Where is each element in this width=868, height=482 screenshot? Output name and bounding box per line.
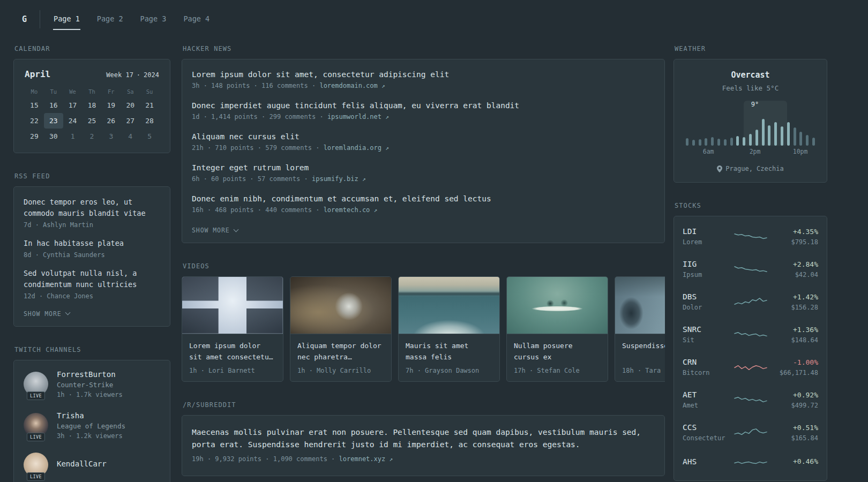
calendar-year: 2024 <box>144 71 159 79</box>
hn-domain-link[interactable]: ipsumworld.net <box>327 113 381 120</box>
stock-row: IIG Ipsum +2.84% $42.04 <box>683 253 818 285</box>
subreddit-domain-link[interactable]: loremnet.xyz <box>339 455 386 463</box>
weather-bar <box>799 132 802 146</box>
video-card[interactable]: Mauris sit amet massa felis 7h · Grayson… <box>398 276 500 382</box>
live-badge: LIVE <box>27 433 45 441</box>
stock-id: AHS <box>683 457 734 469</box>
rss-item: Sed volutpat nulla nisl, a condimentum n… <box>24 268 160 300</box>
rss-item-title[interactable]: Donec tempor eros leo, ut commodo mauris… <box>24 197 160 219</box>
hn-item-title[interactable]: Aliquam nec cursus elit <box>192 132 655 141</box>
twitch-channel[interactable]: LIVE Trisha League of Legends 3h · 1.2k … <box>24 411 160 440</box>
hn-item: Integer eget rutrum lorem 6h · 60 points… <box>192 163 655 183</box>
rss-item: In hac habitasse platea 8d · Cynthia Sau… <box>24 238 160 259</box>
calendar-day: 22 <box>25 113 44 129</box>
video-thumbnail[interactable] <box>507 277 608 334</box>
video-meta: 1h · Molly Carrillo <box>297 367 384 374</box>
stock-symbol[interactable]: IIG <box>683 260 734 268</box>
video-card[interactable]: Aliquam tempor dolor nec pharetra… 1h · … <box>290 276 392 382</box>
tab-page-3[interactable]: Page 3 <box>140 9 167 30</box>
weather-bar <box>686 138 689 146</box>
weather-bar <box>743 137 745 146</box>
external-link-icon: ↗ <box>389 456 393 463</box>
show-more-label: SHOW MORE <box>192 227 230 234</box>
stock-change: +1.36% <box>768 326 819 334</box>
weekday-label: Mo <box>25 86 44 97</box>
weather-bar <box>705 138 707 146</box>
stock-name: Sit <box>683 336 734 344</box>
channel-meta: 3h · 1.2k viewers <box>57 432 125 440</box>
hn-domain-link[interactable]: loremtech.co <box>324 206 370 214</box>
stock-values: +0.51% $165.84 <box>768 424 819 442</box>
video-thumbnail[interactable] <box>399 277 499 334</box>
stock-symbol[interactable]: CRN <box>683 358 734 366</box>
stock-symbol[interactable]: CCS <box>683 423 734 432</box>
weather-bar <box>787 122 790 146</box>
tab-page-4[interactable]: Page 4 <box>183 9 210 30</box>
subreddit-widget: /R/SUBREDDIT Maecenas mollis pulvinar er… <box>182 401 665 476</box>
stock-symbol[interactable]: LDI <box>683 227 734 236</box>
hn-domain-link[interactable]: ipsumify.biz <box>312 175 358 183</box>
rss-card: Donec tempor eros leo, ut commodo mauris… <box>13 186 170 327</box>
calendar-day-next-month: 1 <box>63 129 83 144</box>
calendar-weekday-row: Mo Tu We Th Fr Sa Su <box>25 86 159 97</box>
calendar-day: 15 <box>25 97 44 113</box>
video-title[interactable]: Aliquam tempor dolor nec pharetra… <box>297 341 384 363</box>
twitch-card: LIVE ForrestBurton Counter-Strike 1h · 1… <box>13 360 170 482</box>
stock-symbol[interactable]: AHS <box>683 457 734 466</box>
video-thumbnail[interactable] <box>182 277 283 334</box>
video-title[interactable]: Nullam posuere cursus ex <box>514 341 601 363</box>
rss-item-title[interactable]: Sed volutpat nulla nisl, a condimentum n… <box>24 268 160 290</box>
channel-name[interactable]: ForrestBurton <box>57 370 123 379</box>
video-thumbnail[interactable] <box>290 277 391 334</box>
twitch-channel[interactable]: LIVE ForrestBurton Counter-Strike 1h · 1… <box>24 370 160 398</box>
stock-values: +2.84% $42.04 <box>768 260 819 278</box>
calendar-widget: CALENDAR April Week 17 · 2024 Mo Tu We <box>13 45 170 153</box>
stock-id: LDI Lorem <box>683 227 734 246</box>
video-thumbnail[interactable] <box>615 277 665 334</box>
rss-show-more-button[interactable]: SHOW MORE <box>24 310 70 318</box>
weather-bar <box>774 122 777 146</box>
channel-name[interactable]: Trisha <box>57 411 125 420</box>
video-meta: 7h · Grayson Dawson <box>406 367 492 374</box>
hn-item-title[interactable]: Donec imperdiet augue tincidunt felis al… <box>192 101 655 110</box>
weather-bar <box>736 136 739 146</box>
hn-item-title[interactable]: Donec enim nibh, condimentum et accumsan… <box>192 194 655 203</box>
tab-page-2[interactable]: Page 2 <box>96 9 124 30</box>
video-card-body: Lorem ipsum dolor sit amet consectetu… 1… <box>182 334 283 381</box>
page-tabs: Page 1 Page 2 Page 3 Page 4 <box>53 9 210 30</box>
weather-feels-like: Feels like 5°C <box>685 84 816 92</box>
hn-domain-link[interactable]: loremdomain.com <box>319 82 377 89</box>
external-link-icon: ↗ <box>385 114 389 120</box>
weather-bar <box>730 138 733 146</box>
stock-symbol[interactable]: DBS <box>683 292 734 301</box>
video-title[interactable]: Mauris sit amet massa felis <box>406 341 492 363</box>
stock-symbol[interactable]: AET <box>683 390 734 399</box>
video-title[interactable]: Suspendisse diam <box>622 341 665 363</box>
video-card[interactable]: Nullam posuere cursus ex 17h · Stefan Co… <box>506 276 608 382</box>
hn-show-more-button[interactable]: SHOW MORE <box>192 227 238 234</box>
twitch-widget-title: TWITCH CHANNELS <box>14 346 170 353</box>
calendar-day: 28 <box>140 113 159 129</box>
video-card[interactable]: Suspendisse diam 18h · Tara <box>615 276 665 382</box>
calendar-card: April Week 17 · 2024 Mo Tu We Th Fr Sa <box>13 59 170 153</box>
stock-row: AET Amet +0.92% $499.72 <box>683 383 818 416</box>
hn-item-title[interactable]: Lorem ipsum dolor sit amet, consectetur … <box>192 70 655 79</box>
video-card[interactable]: Lorem ipsum dolor sit amet consectetu… 1… <box>182 276 283 382</box>
subreddit-post-title[interactable]: Maecenas mollis pulvinar erat non posuer… <box>192 426 655 451</box>
calendar-week-info: Week 17 · 2024 <box>106 71 159 79</box>
logo[interactable]: G <box>13 10 40 28</box>
weather-location: Prague, Czechia <box>685 165 816 172</box>
calendar-day-next-month: 2 <box>83 129 102 144</box>
stock-symbol[interactable]: SNRC <box>683 325 734 334</box>
twitch-channel[interactable]: LIVE KendallCarr <box>24 453 160 477</box>
video-title[interactable]: Lorem ipsum dolor sit amet consectetu… <box>189 341 276 363</box>
stock-change: -1.00% <box>768 358 819 366</box>
stock-sparkline <box>734 230 768 244</box>
hn-domain-link[interactable]: loremlandia.org <box>324 144 381 152</box>
weather-bar <box>762 119 765 146</box>
tab-page-1[interactable]: Page 1 <box>53 9 80 30</box>
header: G Page 1 Page 2 Page 3 Page 4 <box>13 7 868 31</box>
channel-name[interactable]: KendallCarr <box>57 460 107 468</box>
rss-item-title[interactable]: In hac habitasse platea <box>24 238 160 249</box>
hn-item-title[interactable]: Integer eget rutrum lorem <box>192 163 655 172</box>
